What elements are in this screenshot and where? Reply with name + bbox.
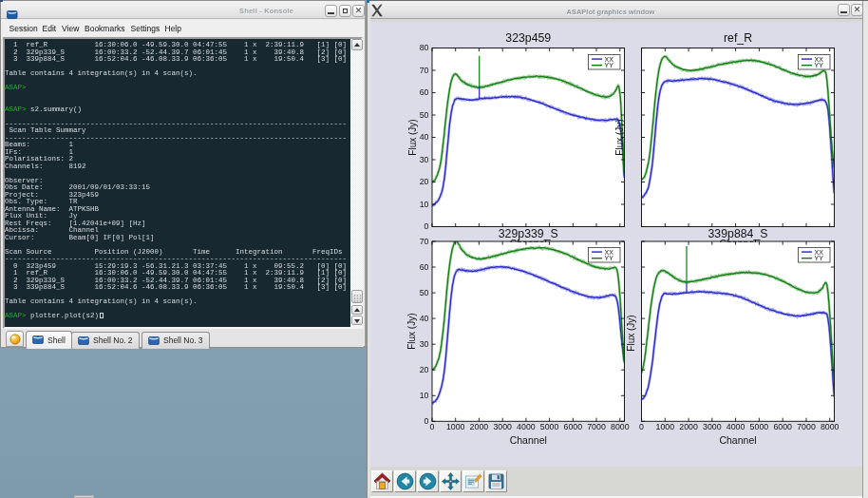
- svg-text:7000: 7000: [587, 422, 606, 431]
- svg-text:Flux (Jy): Flux (Jy): [407, 313, 418, 349]
- svg-text:ref_R: ref_R: [724, 31, 752, 45]
- svg-text:1000: 1000: [656, 422, 675, 431]
- svg-text:20: 20: [420, 365, 429, 374]
- svg-text:20: 20: [420, 177, 429, 186]
- svg-text:YY: YY: [815, 62, 824, 68]
- svg-text:4000: 4000: [726, 422, 745, 431]
- svg-text:60: 60: [420, 262, 429, 272]
- svg-text:6000: 6000: [564, 422, 583, 431]
- svg-text:10: 10: [420, 391, 429, 400]
- svg-text:3000: 3000: [703, 422, 722, 431]
- svg-text:0: 0: [425, 221, 429, 231]
- svg-text:2000: 2000: [679, 422, 698, 431]
- svg-text:80: 80: [420, 43, 429, 52]
- svg-text:Flux (Jy): Flux (Jy): [626, 315, 636, 351]
- svg-text:30: 30: [420, 339, 429, 349]
- svg-text:40: 40: [420, 132, 429, 142]
- svg-text:0: 0: [425, 416, 429, 426]
- svg-text:40: 40: [420, 314, 429, 323]
- svg-text:8000: 8000: [821, 422, 840, 431]
- svg-text:70: 70: [420, 237, 429, 246]
- svg-text:YY: YY: [815, 255, 824, 261]
- svg-text:Channel: Channel: [510, 434, 547, 446]
- svg-text:0: 0: [639, 422, 644, 431]
- svg-text:4000: 4000: [517, 422, 536, 431]
- svg-text:5000: 5000: [540, 422, 559, 431]
- svg-text:0: 0: [430, 422, 435, 431]
- svg-text:50: 50: [420, 110, 429, 120]
- svg-text:7000: 7000: [797, 422, 816, 431]
- svg-text:6000: 6000: [773, 422, 792, 431]
- svg-text:Flux (Jy): Flux (Jy): [614, 119, 625, 155]
- svg-text:2000: 2000: [470, 422, 489, 431]
- svg-text:5000: 5000: [750, 422, 769, 431]
- svg-text:YY: YY: [605, 255, 614, 261]
- svg-text:8000: 8000: [611, 422, 630, 431]
- svg-text:1000: 1000: [446, 422, 465, 431]
- svg-text:323p459: 323p459: [505, 31, 551, 45]
- svg-text:50: 50: [420, 288, 429, 297]
- svg-text:Channel: Channel: [719, 434, 756, 446]
- svg-text:30: 30: [420, 155, 429, 164]
- svg-text:60: 60: [420, 87, 429, 97]
- svg-text:3000: 3000: [493, 422, 512, 431]
- svg-text:70: 70: [420, 66, 429, 75]
- svg-text:YY: YY: [605, 62, 614, 68]
- svg-text:10: 10: [420, 200, 429, 209]
- svg-text:Flux (Jy): Flux (Jy): [407, 119, 418, 155]
